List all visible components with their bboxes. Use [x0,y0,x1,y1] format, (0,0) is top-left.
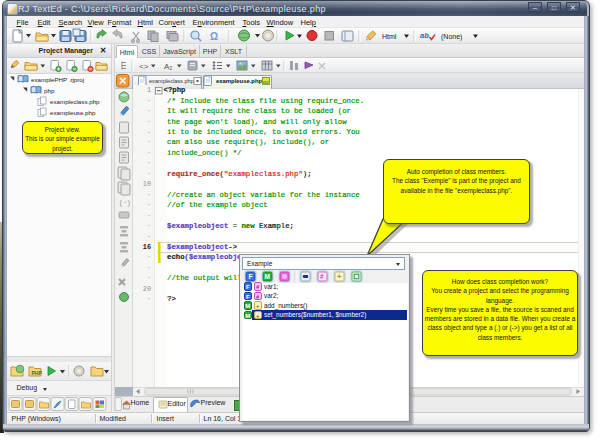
svg-text:exampleuse.php: exampleuse.php [216,78,263,84]
svg-text:Ω: Ω [210,30,218,41]
svg-text:examplePHP .rjproj: examplePHP .rjproj [31,76,84,83]
svg-text:F: F [248,273,252,280]
svg-text:M: M [265,273,270,280]
svg-text:php: php [44,87,55,94]
svg-text:PHP: PHP [31,370,42,376]
svg-text:+: + [337,272,342,281]
svg-text:A₂: A₂ [164,62,172,71]
svg-text:(·): (·) [119,200,131,207]
svg-text:#: # [320,273,324,280]
svg-text:(None): (None) [441,32,462,40]
svg-text:<>: <> [139,62,149,71]
svg-text:Html: Html [382,32,397,39]
svg-text:exampleclass.php: exampleclass.php [50,98,100,105]
svg-text:ab: ab [420,30,429,39]
svg-text:exampleuse.php: exampleuse.php [50,109,96,116]
svg-text:exampleclass.php: exampleclass.php [149,78,194,84]
